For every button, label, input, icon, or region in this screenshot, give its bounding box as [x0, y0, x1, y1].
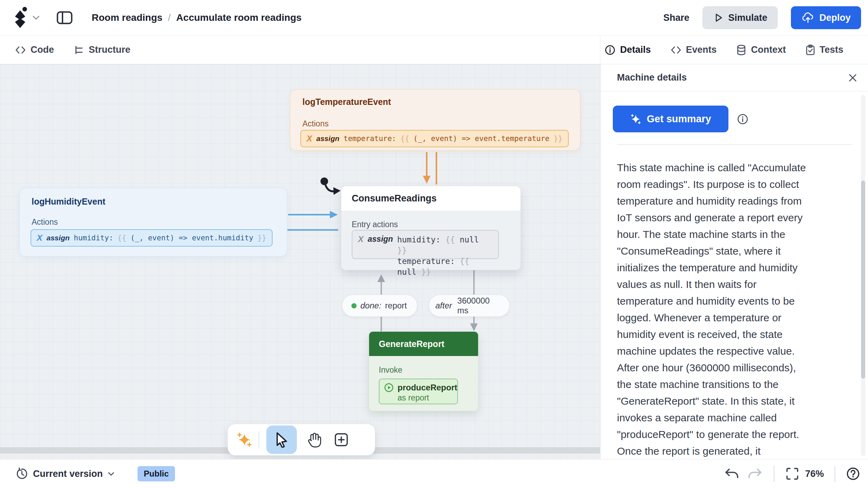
- sidebar-toggle-icon: [57, 11, 73, 24]
- code-icon: [15, 45, 26, 55]
- node-log-humidity-event[interactable]: logHumidityEvent Actions X assign humidi…: [19, 188, 287, 257]
- node-log-temperature-event[interactable]: logTemperatureEvent Actions X assign tem…: [290, 89, 581, 151]
- tab-context[interactable]: Context: [736, 44, 786, 56]
- events-code-icon: [670, 45, 682, 55]
- history-icon: [16, 468, 28, 480]
- tab-structure-label: Structure: [89, 44, 131, 55]
- done-status-dot: [351, 303, 357, 308]
- tab-context-label: Context: [751, 44, 786, 55]
- tab-code-label: Code: [31, 44, 54, 55]
- xstate-icon: X: [37, 233, 42, 243]
- node-consume-readings[interactable]: ConsumeReadings Entry actions X assign h…: [341, 186, 521, 270]
- tab-code[interactable]: Code: [15, 44, 54, 55]
- machine-description: This state machine is called "Accumulate…: [617, 159, 846, 459]
- hand-icon: [306, 432, 322, 448]
- bottom-bar: Current version Public: [0, 459, 868, 488]
- action-label: temperature:: [344, 134, 397, 143]
- summary-info-button[interactable]: [737, 113, 749, 125]
- node-generate-report[interactable]: GenerateReport Invoke produceReport as r…: [369, 331, 478, 411]
- database-icon: [736, 44, 746, 56]
- after-keyword: after: [435, 301, 452, 311]
- action-chip-temperature[interactable]: X assign temperature: {{ (_, event) => e…: [300, 130, 569, 147]
- action-expression: (_, event) => event.temperature: [414, 134, 550, 143]
- invoke-as: as report: [398, 393, 457, 403]
- pan-tool-button[interactable]: [306, 432, 322, 448]
- version-selector[interactable]: Current version: [16, 468, 115, 480]
- node-title: logHumidityEvent: [32, 197, 106, 207]
- close-braces: }}: [554, 134, 562, 143]
- tab-tests[interactable]: Tests: [806, 44, 844, 56]
- assign-keyword: assign: [368, 234, 393, 244]
- panel-header: Machine details: [601, 64, 868, 91]
- fit-screen-icon: [785, 466, 800, 481]
- select-tool-button[interactable]: [266, 425, 297, 454]
- add-state-button[interactable]: [334, 432, 349, 447]
- fit-view-button[interactable]: [785, 466, 800, 481]
- transition-done-report[interactable]: done: report: [342, 295, 417, 317]
- invoke-chip[interactable]: produceReport as report: [379, 379, 458, 404]
- node-title: GenerateReport: [379, 339, 444, 349]
- node-title: ConsumeReadings: [352, 193, 437, 204]
- tab-tests-label: Tests: [820, 44, 844, 55]
- redo-icon: [747, 467, 763, 481]
- xstate-icon: X: [307, 134, 312, 143]
- machine-canvas[interactable]: logTemperatureEvent Actions X assign tem…: [0, 64, 600, 459]
- action-label: humidity:: [74, 234, 114, 242]
- node-title: logTemperatureEvent: [302, 97, 391, 107]
- breadcrumb-project[interactable]: Room readings: [92, 12, 162, 23]
- close-braces: }}: [258, 234, 266, 242]
- entry-action-code: humidity: {{ null }} temperature: {{ nul…: [397, 234, 493, 278]
- simulate-button[interactable]: Simulate: [702, 6, 778, 29]
- done-label: report: [385, 301, 407, 311]
- initial-state-marker[interactable]: [320, 177, 341, 195]
- play-circle-icon: [384, 383, 393, 392]
- share-button[interactable]: Share: [663, 13, 689, 23]
- edge-temperature-event[interactable]: [423, 152, 436, 184]
- bottom-divider: [774, 466, 775, 482]
- ai-sparkles-button[interactable]: [237, 432, 252, 447]
- chevron-down-icon: [108, 472, 115, 476]
- tab-events[interactable]: Events: [670, 44, 717, 55]
- right-tabs: Details Events Context: [600, 36, 868, 64]
- entry-action-chip[interactable]: X assign humidity: {{ null }} temperatur…: [352, 230, 499, 259]
- undo-icon: [724, 467, 740, 481]
- deploy-label: Deploy: [819, 13, 851, 23]
- tab-structure[interactable]: Structure: [74, 44, 131, 55]
- stately-editor-app: Room readings / Accumulate room readings…: [0, 0, 868, 488]
- invoke-name-row: produceReport: [384, 383, 457, 392]
- redo-button[interactable]: [747, 467, 763, 481]
- node-section-label: Entry actions: [352, 220, 398, 229]
- open-braces: {{: [400, 134, 409, 143]
- edge-humidity-event[interactable]: [287, 211, 338, 230]
- deploy-button[interactable]: Deploy: [791, 6, 861, 29]
- node-section-label: Actions: [32, 217, 58, 227]
- sidebar-toggle-button[interactable]: [57, 11, 73, 24]
- close-icon: [848, 73, 858, 83]
- action-expression: (_, event) => event.humidity: [131, 234, 253, 242]
- close-panel-button[interactable]: [848, 73, 858, 83]
- panel-divider: [617, 144, 852, 145]
- node-section-label: Invoke: [379, 365, 402, 375]
- panel-scrollbar-thumb[interactable]: [861, 181, 865, 379]
- help-button[interactable]: [846, 466, 860, 481]
- workspace-menu[interactable]: [12, 5, 40, 30]
- info-icon: [737, 113, 749, 125]
- node-section-label: Actions: [302, 119, 328, 129]
- open-braces: {{: [117, 234, 126, 242]
- state-node-header[interactable]: GenerateReport: [369, 332, 478, 356]
- sparkles-icon: [630, 114, 641, 125]
- undo-button[interactable]: [724, 467, 740, 481]
- breadcrumb-machine[interactable]: Accumulate room readings: [176, 12, 302, 23]
- invoke-name: produceReport: [398, 383, 457, 392]
- state-node-header[interactable]: ConsumeReadings: [341, 186, 520, 211]
- version-label: Current version: [33, 469, 103, 479]
- action-chip-humidity[interactable]: X assign humidity: {{ (_, event) => even…: [31, 229, 273, 247]
- zoom-level[interactable]: 76%: [805, 469, 824, 479]
- top-header: Room readings / Accumulate room readings…: [0, 0, 868, 36]
- tab-details-label: Details: [620, 44, 651, 55]
- tab-details[interactable]: Details: [604, 44, 651, 56]
- assign-keyword: assign: [316, 134, 340, 143]
- get-summary-button[interactable]: Get summary: [613, 106, 728, 132]
- transition-after-delay[interactable]: after 3600000 ms: [429, 295, 510, 317]
- tab-events-label: Events: [686, 44, 717, 55]
